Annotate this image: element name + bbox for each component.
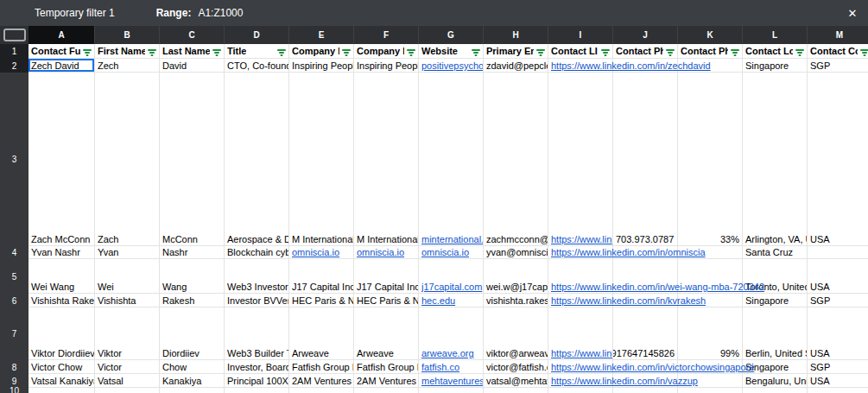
cell-E6[interactable]: HEC Paris & NU xyxy=(289,294,354,307)
cell-A9[interactable]: Vatsal Kanakiya xyxy=(29,374,95,388)
cell-C7[interactable]: Diordiiev xyxy=(160,307,225,360)
cell-C10[interactable] xyxy=(160,388,225,393)
cell-H10[interactable] xyxy=(484,388,548,393)
cell-M6[interactable]: SGP xyxy=(808,294,868,307)
row-header-10[interactable]: 10 xyxy=(0,388,29,393)
cell-link[interactable]: omniscia.io xyxy=(292,247,339,257)
column-header-B[interactable]: B xyxy=(95,26,160,44)
cell-F3[interactable]: M International I xyxy=(354,73,419,246)
cell-I6[interactable]: https://www.linkedin.com/in/kvrakesh xyxy=(548,294,613,307)
cell-L2[interactable]: Singapore xyxy=(743,59,808,73)
cell-D2[interactable]: CTO, Co-founde xyxy=(225,59,289,73)
header-cell-H1[interactable]: Primary Ema xyxy=(484,44,548,59)
cell-J3[interactable]: 703.973.0787 xyxy=(613,73,678,246)
cell-link[interactable]: omniscia.io xyxy=(357,247,404,257)
cell-E4[interactable]: omniscia.io xyxy=(289,246,354,259)
cell-M5[interactable]: USA xyxy=(808,259,868,294)
cell-M7[interactable]: USA xyxy=(808,307,868,360)
cell-B10[interactable] xyxy=(95,388,160,393)
cell-E7[interactable]: Arweave xyxy=(289,307,354,360)
header-cell-G1[interactable]: Website xyxy=(419,44,484,59)
cell-G5[interactable]: j17capital.com xyxy=(419,259,484,294)
cell-G7[interactable]: arweave.org xyxy=(419,307,484,360)
cell-J10[interactable] xyxy=(613,388,678,393)
filter-icon[interactable] xyxy=(730,48,739,57)
row-header-5[interactable]: 5 xyxy=(0,259,29,294)
cell-H4[interactable]: yvan@omniscia. xyxy=(484,246,548,259)
cell-D3[interactable]: Aerospace & De xyxy=(225,73,289,246)
header-cell-B1[interactable]: First Name xyxy=(95,44,160,59)
cell-H2[interactable]: zdavid@pepclev xyxy=(484,59,548,73)
cell-F4[interactable]: omniscia.io xyxy=(354,246,419,259)
cell-C5[interactable]: Wang xyxy=(160,259,225,294)
cell-D4[interactable]: Blockchain cybe xyxy=(225,246,289,259)
cell-C4[interactable]: Nashr xyxy=(160,246,225,259)
cell-B6[interactable]: Vishishta xyxy=(95,294,160,307)
cell-I10[interactable] xyxy=(548,388,613,393)
cell-E8[interactable]: Fatfish Group Li xyxy=(289,360,354,374)
cell-A4[interactable]: Yvan Nashr xyxy=(29,246,95,259)
cell-B3[interactable]: Zach xyxy=(95,73,160,246)
column-header-J[interactable]: J xyxy=(613,26,678,44)
cell-E9[interactable]: 2AM Ventures & xyxy=(289,374,354,388)
cell-E5[interactable]: J17 Capital Inc. xyxy=(289,259,354,294)
column-header-L[interactable]: L xyxy=(743,26,808,44)
cell-K7[interactable]: 99% xyxy=(678,307,743,360)
cell-C8[interactable]: Chow xyxy=(160,360,225,374)
cell-link[interactable]: minternational.c xyxy=(421,234,484,244)
cell-G2[interactable]: positivepsycholo xyxy=(419,59,484,73)
row-header-3[interactable]: 3 xyxy=(0,73,29,246)
cell-A10[interactable] xyxy=(29,388,95,393)
filter-icon[interactable] xyxy=(147,48,156,57)
cell-C9[interactable]: Kanakiya xyxy=(160,374,225,388)
select-all-box[interactable] xyxy=(0,26,29,44)
cell-A5[interactable]: Wei Wang xyxy=(29,259,95,294)
cell-H3[interactable]: zachmcconn@m xyxy=(484,73,548,246)
cell-B8[interactable]: Victor xyxy=(95,360,160,374)
cell-E2[interactable]: Inspiring People xyxy=(289,59,354,73)
cell-B2[interactable]: Zech xyxy=(95,59,160,73)
cell-link[interactable]: https://www.linkedin.com/in/vazzup xyxy=(551,376,698,386)
cell-D6[interactable]: Investor BVVent xyxy=(225,294,289,307)
cell-M4[interactable] xyxy=(808,246,868,259)
cell-A6[interactable]: Vishishta Rakes xyxy=(29,294,95,307)
header-cell-D1[interactable]: Title xyxy=(225,44,289,59)
cell-A8[interactable]: Victor Chow xyxy=(29,360,95,374)
cell-M9[interactable]: USA xyxy=(808,374,868,388)
cell-I9[interactable]: https://www.linkedin.com/in/vazzup xyxy=(548,374,613,388)
row-header-1[interactable]: 1 xyxy=(0,44,29,59)
cell-F2[interactable]: Inspiring People xyxy=(354,59,419,73)
cell-D8[interactable]: Investor, Board M xyxy=(225,360,289,374)
cell-link[interactable]: https://www.linke xyxy=(551,234,613,244)
header-cell-F1[interactable]: Company Na xyxy=(354,44,419,59)
cell-H5[interactable]: wei.w@j17capita xyxy=(484,259,548,294)
cell-B7[interactable]: Viktor xyxy=(95,307,160,360)
header-cell-J1[interactable]: Contact Pho xyxy=(613,44,678,59)
column-header-E[interactable]: E xyxy=(289,26,354,44)
close-icon[interactable]: ✕ xyxy=(842,0,863,26)
cell-G6[interactable]: hec.edu xyxy=(419,294,484,307)
cell-M2[interactable]: SGP xyxy=(808,59,868,73)
cell-M8[interactable]: SGP xyxy=(808,360,868,374)
filter-icon[interactable] xyxy=(406,48,415,57)
cell-F6[interactable]: HEC Paris & NU xyxy=(354,294,419,307)
header-cell-K1[interactable]: Contact Pho xyxy=(678,44,743,59)
filter-icon[interactable] xyxy=(600,48,610,57)
cell-K10[interactable] xyxy=(678,388,743,393)
cell-I2[interactable]: https://www.linkedin.com/in/zechdavid xyxy=(548,59,613,73)
cell-F8[interactable]: Fatfish Group Li xyxy=(354,360,419,374)
column-header-D[interactable]: D xyxy=(225,26,289,44)
cell-G8[interactable]: fatfish.co xyxy=(419,360,484,374)
cell-D5[interactable]: Web3 Investor xyxy=(225,259,289,294)
cell-I5[interactable]: https://www.linkedin.com/in/wei-wang-mba… xyxy=(548,259,613,294)
cell-M3[interactable]: USA xyxy=(808,73,868,246)
cell-D9[interactable]: Principal 100X.V xyxy=(225,374,289,388)
cell-link[interactable]: https://www.linkedin.com/in/kvrakesh xyxy=(551,295,706,306)
cell-M10[interactable] xyxy=(808,388,868,393)
cell-B5[interactable]: Wei xyxy=(95,259,160,294)
cell-link[interactable]: https://www.linkedin.com/in/wei-wang-mba… xyxy=(551,282,764,292)
filter-icon[interactable] xyxy=(82,48,92,57)
cell-A7[interactable]: Viktor Diordiiev xyxy=(29,307,95,360)
cell-H9[interactable]: vatsal@mehtave xyxy=(484,374,548,388)
cell-H7[interactable]: viktor@arweave xyxy=(484,307,548,360)
